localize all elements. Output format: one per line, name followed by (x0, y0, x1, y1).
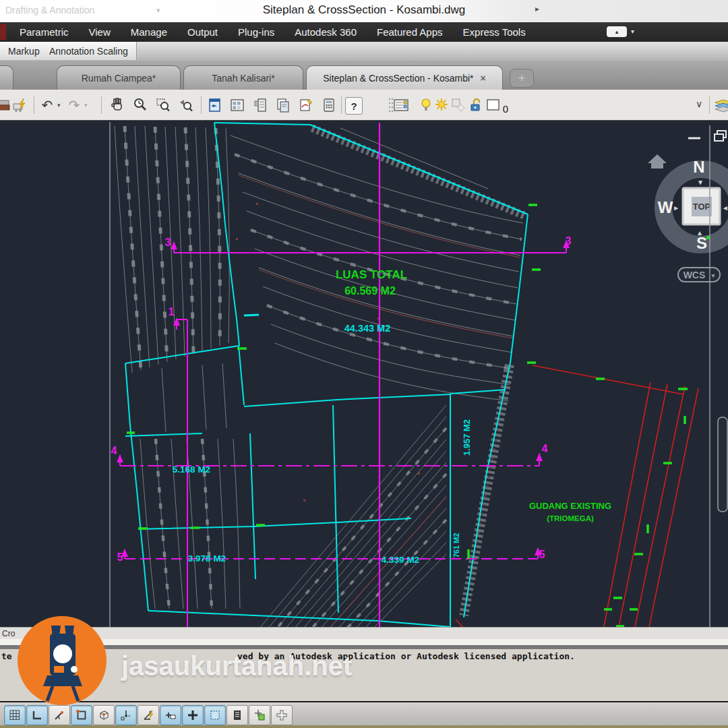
menu-manage[interactable]: Manage (121, 26, 177, 38)
wcs-label[interactable]: WCS (684, 270, 706, 280)
file-tab-tanah-kalisari[interactable]: Tanah Kalisari* (183, 65, 303, 90)
layer-states-icon[interactable] (713, 95, 728, 115)
zoom-realtime-icon[interactable] (131, 95, 150, 115)
spark-tool-icon[interactable] (11, 95, 30, 115)
zoom-window-icon[interactable] (154, 95, 173, 115)
menu-output[interactable]: Output (177, 26, 228, 38)
undo-icon[interactable]: ↶ (38, 95, 57, 115)
viewcube-west[interactable]: W (658, 198, 673, 216)
lineweight-button[interactable] (182, 705, 204, 725)
redo-dropdown-icon[interactable]: ▾ (84, 102, 88, 109)
help-icon[interactable]: ? (345, 97, 363, 115)
dynamic-input-button[interactable] (160, 705, 181, 725)
home-icon[interactable] (648, 154, 667, 169)
area-label-center: 44.343 M2 (344, 323, 391, 334)
selection-cycling-button[interactable] (249, 705, 270, 725)
close-icon[interactable]: × (481, 73, 486, 84)
file-tab-rumah-ciampea[interactable]: Rumah Ciampea* (57, 65, 181, 90)
layer-unlock-icon[interactable] (466, 95, 485, 115)
pan-icon[interactable] (108, 95, 127, 115)
area-label-left: 5.168 M2 (173, 464, 210, 475)
current-layer-name: 0 (500, 98, 511, 119)
luas-total-value: 60.569 M2 (344, 285, 396, 297)
viewport-restore-icon[interactable] (715, 131, 726, 141)
file-tab-stub[interactable] (0, 65, 13, 90)
redo-icon[interactable]: ↷ (65, 95, 84, 115)
area-label-bottom-center: 4.339 M2 (382, 555, 419, 565)
viewcube-arrow-right-icon[interactable]: ▸ (673, 204, 678, 212)
bottom-edge-strip (0, 725, 728, 728)
new-tab-button[interactable]: + (510, 69, 534, 88)
chevron-right-icon: ▸ (535, 4, 539, 13)
autocad-window: Drafting & Annotation ▾ Siteplan & Cross… (0, 0, 728, 728)
chevron-down-icon[interactable]: ▾ (631, 28, 634, 35)
annotation-monitor-button[interactable] (271, 705, 293, 725)
ribbon-minimize-icon[interactable]: ▴ (607, 26, 627, 37)
layer-properties-icon[interactable] (392, 95, 411, 115)
area-label-strip-small: 761 M2 (452, 533, 460, 558)
slope-band-top (312, 128, 526, 216)
contour-lines-center (231, 128, 523, 401)
title-bar: Drafting & Annotation ▾ Siteplan & Cross… (0, 0, 728, 22)
sheet-set-manager-icon[interactable] (274, 95, 293, 115)
svg-text:4: 4 (111, 445, 117, 456)
quickcalc-icon[interactable] (320, 95, 338, 115)
quick-toolbar: ↶ ▾ ↷ ▾ (0, 90, 728, 121)
svg-text:5: 5 (539, 549, 545, 560)
siteplan-drawing: LUAS TOTAL 60.569 M2 44.343 M2 5.168 M2 … (0, 121, 728, 629)
designcenter-icon[interactable] (228, 95, 247, 115)
gudang-label-line2: (TRIOMEGA) (547, 514, 594, 522)
contour-lines-lower-slope (259, 405, 446, 629)
drawing-canvas[interactable]: LUAS TOTAL 60.569 M2 44.343 M2 5.168 M2 … (0, 120, 728, 629)
section-lines (120, 123, 566, 628)
viewcube-south[interactable]: S (696, 234, 707, 252)
file-tab-label: Siteplan & CrossSection - Kosambi* (323, 73, 473, 84)
red-dots (236, 203, 420, 502)
dynamic-ucs-button[interactable] (138, 705, 159, 725)
svg-text:1: 1 (169, 306, 175, 317)
viewcube-face-label[interactable]: TOP (693, 202, 711, 212)
file-tab-siteplan-kosambi[interactable]: Siteplan & CrossSection - Kosambi* × (306, 65, 503, 90)
menu-autodesk-360[interactable]: Autodesk 360 (284, 26, 367, 38)
contour-lines-bottom-left (140, 363, 240, 609)
layer-vp-freeze-icon[interactable] (449, 95, 468, 115)
transparency-button[interactable] (204, 705, 226, 725)
wcs-dropdown-icon[interactable]: ▾ (711, 272, 715, 279)
viewcube-arrow-left-icon[interactable]: ◂ (723, 204, 727, 212)
properties-palette-icon[interactable] (205, 95, 224, 115)
area-label-strip: 1.957 M2 (462, 419, 472, 456)
surveyor-logo (9, 608, 124, 723)
menu-view[interactable]: View (79, 26, 121, 38)
red-boundary-lines (456, 365, 698, 629)
ribbon-tab-strip: Markup Annotation Scaling (0, 42, 728, 61)
menu-plugins[interactable]: Plug-ins (228, 26, 284, 38)
file-tab-label: Rumah Ciampea* (82, 73, 156, 84)
menu-featured-apps[interactable]: Featured Apps (367, 26, 453, 38)
viewcube-arrow-up-icon[interactable]: ▴ (697, 229, 702, 237)
undo-dropdown-icon[interactable]: ▾ (57, 102, 61, 109)
menu-express-tools[interactable]: Express Tools (453, 26, 536, 38)
menu-parametric[interactable]: Parametric (9, 26, 79, 38)
file-tab-bar: Rumah Ciampea* Tanah Kalisari* Siteplan … (0, 61, 728, 90)
svg-text:5: 5 (117, 551, 123, 563)
svg-text:3: 3 (165, 237, 171, 248)
svg-text:3: 3 (566, 235, 572, 247)
svg-text:4: 4 (542, 443, 548, 454)
viewcube-arrow-down-icon[interactable]: ▾ (698, 178, 702, 186)
scrollbar-thumb[interactable] (718, 417, 727, 512)
luas-total-title: LUAS TOTAL (336, 268, 407, 281)
app-button-edge (0, 24, 6, 40)
tool-palettes-icon[interactable] (251, 95, 270, 115)
area-label-bottom-left: 3.978 M2 (188, 553, 226, 564)
window-title: Siteplan & CrossSection - Kosambi.dwg (0, 3, 728, 17)
viewcube-north[interactable]: N (693, 158, 704, 176)
file-tab-label: Tanah Kalisari* (212, 73, 274, 84)
watermark-text: jasaukurtanah.net (121, 651, 352, 681)
tab-annotation-scaling[interactable]: Annotation Scaling (41, 42, 137, 60)
quick-properties-button[interactable] (226, 705, 248, 725)
gudang-label-line1: GUDANG EXISTING (529, 501, 611, 511)
markup-set-manager-icon[interactable] (297, 95, 315, 115)
zoom-previous-icon[interactable] (177, 95, 195, 115)
layer-dropdown-icon[interactable]: ∨ (696, 98, 702, 109)
